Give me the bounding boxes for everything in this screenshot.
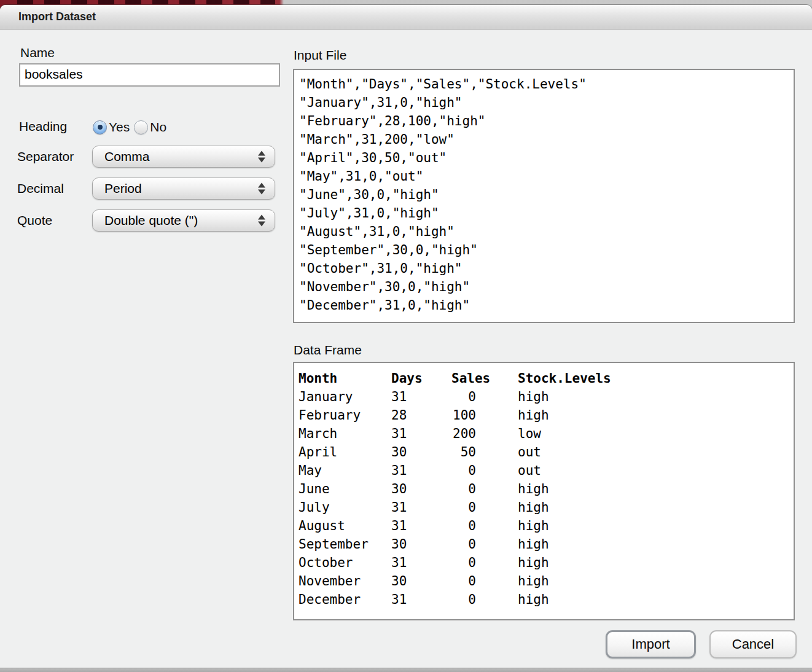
- cell-stock: high: [518, 535, 790, 553]
- cell-month: June: [299, 480, 391, 498]
- select-updown-arrows-icon: [258, 183, 265, 195]
- import-dataset-dialog: Import Dataset Name Heading Yes No Separ…: [0, 5, 812, 672]
- table-row: November 30 0 high: [299, 572, 790, 590]
- cell-sales: 0: [451, 572, 518, 590]
- radio-yes[interactable]: [93, 120, 107, 135]
- quote-label: Quote: [17, 213, 52, 228]
- quote-select[interactable]: Double quote ("): [92, 209, 275, 232]
- name-input[interactable]: [19, 63, 280, 87]
- cell-month: July: [299, 498, 391, 517]
- cell-sales: 200: [451, 424, 518, 443]
- cell-stock: high: [518, 572, 790, 590]
- radio-yes-label[interactable]: Yes: [109, 120, 130, 135]
- table-row: February 28 100 high: [299, 406, 790, 424]
- cell-month: August: [299, 517, 391, 535]
- cell-days: 28: [391, 406, 451, 424]
- cell-stock: high: [518, 480, 790, 498]
- column-header: Days: [391, 369, 451, 388]
- cell-days: 30: [391, 535, 451, 553]
- cell-month: September: [299, 535, 391, 553]
- table-row: October 31 0 high: [299, 553, 790, 572]
- cell-stock: out: [518, 461, 790, 480]
- decimal-select[interactable]: Period: [92, 178, 275, 200]
- table-row: April 30 50 out: [299, 443, 790, 461]
- cell-month: April: [299, 443, 391, 461]
- cell-month: May: [299, 461, 391, 480]
- cell-month: December: [299, 590, 391, 609]
- import-button[interactable]: Import: [606, 630, 696, 658]
- separator-label: Separator: [17, 149, 74, 164]
- cell-sales: 0: [451, 590, 518, 609]
- cell-stock: high: [518, 388, 790, 406]
- input-file-content: "Month","Days","Sales","Stock.Levels" "J…: [294, 70, 794, 315]
- cell-month: November: [299, 572, 391, 590]
- table-row: March 31 200 low: [299, 424, 790, 443]
- cell-stock: high: [518, 553, 790, 572]
- background-window-strip: [17, 0, 275, 4]
- cell-days: 30: [391, 443, 451, 461]
- cell-stock: high: [518, 517, 790, 535]
- cell-days: 31: [391, 553, 451, 572]
- cell-sales: 100: [451, 406, 518, 424]
- cell-sales: 0: [451, 517, 518, 535]
- decimal-label: Decimal: [17, 181, 64, 196]
- cell-sales: 0: [451, 388, 518, 406]
- data-frame-preview[interactable]: Month Days Sales Stock.Levels January 31…: [293, 362, 795, 620]
- column-header: Month: [299, 369, 391, 388]
- cell-days: 31: [391, 498, 451, 517]
- radio-no-label[interactable]: No: [150, 120, 166, 135]
- input-file-label: Input File: [294, 48, 346, 63]
- separator-select[interactable]: Comma: [92, 146, 275, 168]
- cell-sales: 0: [451, 461, 518, 480]
- cell-stock: high: [518, 498, 790, 517]
- data-frame-table: Month Days Sales Stock.Levels January 31…: [299, 369, 790, 609]
- radio-no[interactable]: [134, 120, 148, 135]
- decimal-select-value: Period: [104, 181, 142, 196]
- cell-days: 31: [391, 461, 451, 480]
- input-file-preview[interactable]: "Month","Days","Sales","Stock.Levels" "J…: [293, 69, 795, 323]
- data-frame-label: Data Frame: [294, 343, 362, 357]
- cell-stock: out: [518, 443, 790, 461]
- table-row: January 31 0 high: [299, 388, 790, 406]
- heading-label: Heading: [19, 119, 67, 134]
- dialog-titlebar: Import Dataset: [0, 5, 812, 29]
- select-updown-arrows-icon: [258, 151, 265, 163]
- select-updown-arrows-icon: [258, 215, 265, 227]
- cell-month: October: [299, 553, 391, 572]
- dialog-title: Import Dataset: [18, 10, 96, 23]
- table-row: August 31 0 high: [299, 517, 790, 535]
- separator-select-value: Comma: [104, 149, 150, 164]
- window-bottom-edge: [0, 668, 812, 672]
- cell-sales: 0: [451, 535, 518, 553]
- heading-radio-group: Yes No: [93, 120, 171, 135]
- cell-days: 31: [391, 388, 451, 406]
- table-row: July 31 0 high: [299, 498, 790, 517]
- column-header: Stock.Levels: [518, 369, 790, 388]
- cell-stock: high: [518, 590, 790, 609]
- table-row: December 31 0 high: [299, 590, 790, 609]
- cell-month: February: [299, 406, 391, 424]
- cell-sales: 50: [451, 443, 518, 461]
- cell-sales: 0: [451, 553, 518, 572]
- cell-days: 31: [391, 517, 451, 535]
- cell-days: 31: [391, 424, 451, 443]
- table-row: September 30 0 high: [299, 535, 790, 553]
- table-row: June 30 0 high: [299, 480, 790, 498]
- cell-sales: 0: [451, 480, 518, 498]
- cell-stock: high: [518, 406, 790, 424]
- cell-days: 30: [391, 572, 451, 590]
- table-row: May 31 0 out: [299, 461, 790, 480]
- cell-days: 31: [391, 590, 451, 609]
- table-header-row: Month Days Sales Stock.Levels: [299, 369, 790, 388]
- cell-stock: low: [518, 424, 790, 443]
- cell-month: January: [299, 388, 391, 406]
- cancel-button[interactable]: Cancel: [709, 630, 797, 658]
- name-label: Name: [20, 45, 55, 60]
- cell-sales: 0: [451, 498, 518, 517]
- quote-select-value: Double quote ("): [104, 213, 198, 228]
- column-header: Sales: [451, 369, 518, 388]
- cell-days: 30: [391, 480, 451, 498]
- cell-month: March: [299, 424, 391, 443]
